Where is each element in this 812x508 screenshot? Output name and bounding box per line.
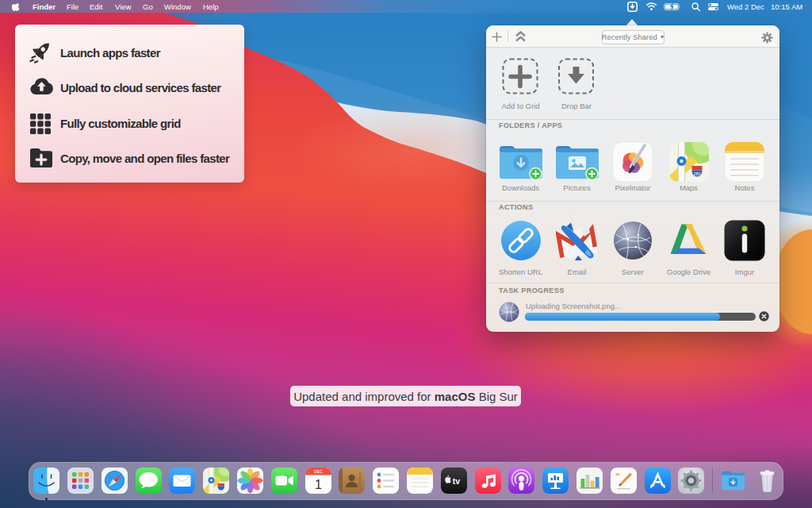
svg-text:280: 280	[693, 171, 700, 176]
svg-text:tv: tv	[453, 476, 460, 486]
svg-text:DEC: DEC	[314, 469, 323, 474]
svg-text:1: 1	[315, 478, 322, 491]
svg-text:“: “	[615, 471, 620, 480]
